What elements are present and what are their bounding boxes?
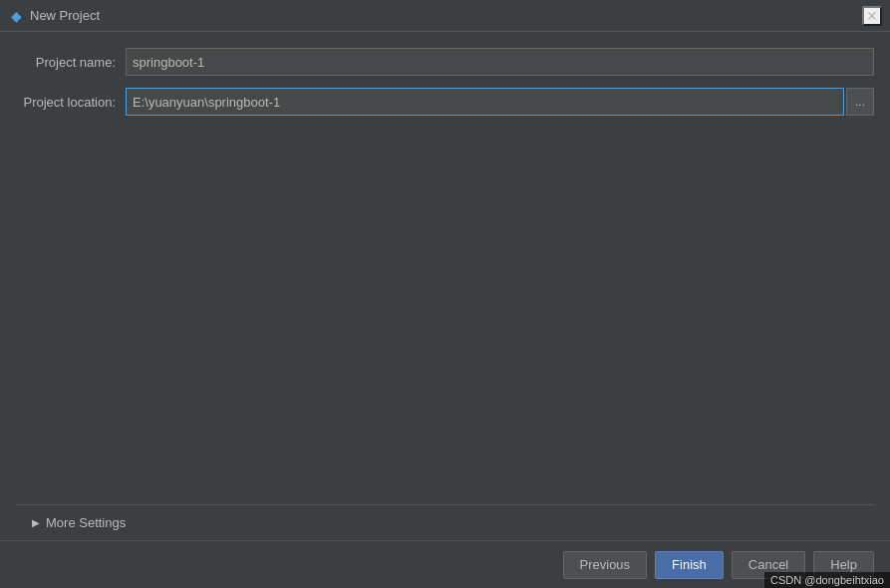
finish-button[interactable]: Finish	[655, 551, 724, 579]
project-location-row: Project location: ...	[16, 88, 874, 116]
project-name-row: Project name:	[16, 48, 874, 76]
dialog-title: New Project	[30, 8, 862, 23]
more-settings-section[interactable]: ▶ More Settings	[16, 504, 874, 540]
content-spacer	[16, 128, 874, 504]
help-button[interactable]: Help	[813, 551, 874, 579]
project-name-input[interactable]	[126, 48, 874, 76]
project-location-input[interactable]	[126, 88, 844, 116]
browse-button[interactable]: ...	[846, 88, 874, 116]
more-settings-label: More Settings	[46, 515, 126, 530]
project-location-label: Project location:	[16, 95, 126, 110]
app-icon: ◆	[8, 8, 24, 24]
more-settings-arrow-icon: ▶	[32, 517, 40, 528]
project-name-label: Project name:	[16, 55, 126, 70]
dialog-footer: Previous Finish Cancel Help	[0, 540, 890, 588]
title-bar: ◆ New Project ✕	[0, 0, 890, 32]
cancel-button[interactable]: Cancel	[732, 551, 805, 579]
previous-button[interactable]: Previous	[563, 551, 648, 579]
dialog-body: Project name: Project location: ... ▶ Mo…	[0, 32, 890, 540]
close-button[interactable]: ✕	[862, 6, 882, 26]
